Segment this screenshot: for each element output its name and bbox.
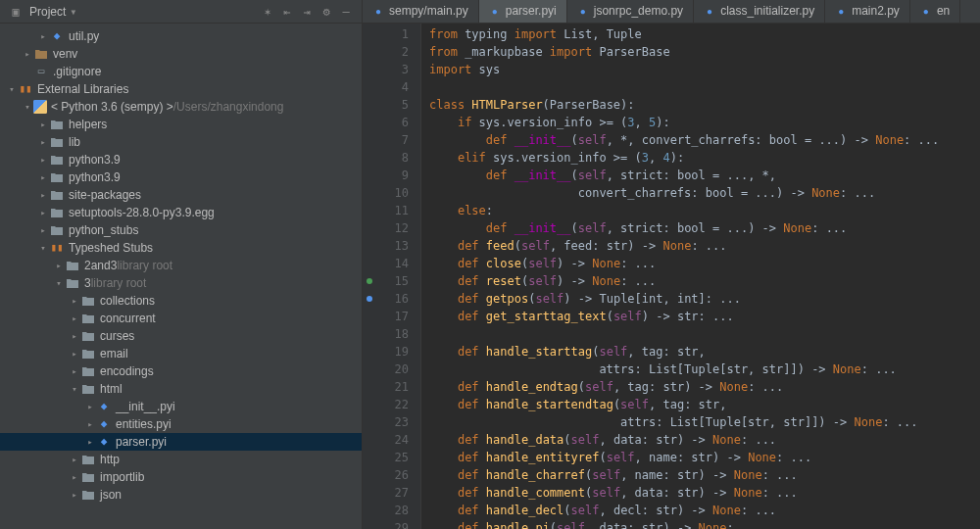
- settings-icon[interactable]: ⚙: [318, 4, 334, 20]
- chevron-right-icon[interactable]: ▸: [37, 133, 49, 151]
- chevron-down-icon[interactable]: ▾: [37, 239, 49, 257]
- chevron-right-icon[interactable]: ▸: [37, 168, 49, 186]
- code-line[interactable]: def handle_entityref(self, name: str) ->…: [429, 449, 980, 466]
- code-line[interactable]: def reset(self) -> None: ...: [429, 272, 980, 290]
- tree-item-encodings[interactable]: ▸encodings: [0, 362, 362, 380]
- chevron-right-icon[interactable]: ▸: [84, 398, 96, 415]
- code-editor[interactable]: 1234567891011121314151617181920212223242…: [363, 24, 980, 529]
- chevron-down-icon[interactable]: ▾: [69, 380, 80, 398]
- scroll-from-source-icon[interactable]: ✶: [260, 4, 275, 20]
- tree-item-setuptools-28-8-0-py3-9-egg[interactable]: ▸setuptools-28.8.0-py3.9.egg: [0, 204, 362, 221]
- project-dropdown-icon[interactable]: ▾: [70, 5, 76, 19]
- chevron-right-icon[interactable]: ▸: [69, 345, 80, 362]
- tree-item-lib[interactable]: ▸lib: [0, 133, 362, 151]
- expand-all-icon[interactable]: ⇥: [299, 4, 315, 20]
- chevron-right-icon[interactable]: ▸: [69, 292, 80, 310]
- tab-sempy-main-py[interactable]: ●sempy/main.py: [363, 0, 479, 23]
- chevron-right-icon[interactable]: ▸: [69, 468, 80, 486]
- code-line[interactable]: def handle_starttag(self, tag: str,: [429, 343, 980, 361]
- tree-item-http[interactable]: ▸http: [0, 451, 362, 468]
- code-line[interactable]: from _markupbase import ParserBase: [429, 43, 980, 61]
- chevron-right-icon[interactable]: ▸: [69, 486, 80, 504]
- tree-item-util-py[interactable]: ▸◆util.py: [0, 27, 362, 45]
- tree-item-site-packages[interactable]: ▸site-packages: [0, 186, 362, 204]
- code-line[interactable]: def __init__(self, strict: bool = ..., *…: [429, 167, 980, 184]
- chevron-right-icon[interactable]: ▸: [84, 415, 96, 433]
- chevron-down-icon[interactable]: ▾: [22, 98, 33, 116]
- chevron-right-icon[interactable]: ▸: [84, 433, 96, 451]
- code-line[interactable]: attrs: List[Tuple[str, str]]) -> None: .…: [429, 361, 980, 378]
- code-line[interactable]: def handle_comment(self, data: str) -> N…: [429, 484, 980, 502]
- tree-item-email[interactable]: ▸email: [0, 345, 362, 362]
- code-line[interactable]: attrs: List[Tuple[str, str]]) -> None: .…: [429, 413, 980, 431]
- tree-item-curses[interactable]: ▸curses: [0, 327, 362, 345]
- chevron-right-icon[interactable]: ▸: [37, 27, 49, 45]
- chevron-right-icon[interactable]: ▸: [69, 362, 80, 380]
- tree-item-json[interactable]: ▸json: [0, 486, 362, 504]
- chevron-right-icon[interactable]: ▸: [69, 310, 80, 327]
- code-line[interactable]: def handle_pi(self, data: str) -> None: …: [429, 519, 980, 529]
- source[interactable]: from typing import List, Tuplefrom _mark…: [421, 24, 980, 529]
- gutter-marker-run[interactable]: [367, 278, 372, 284]
- chevron-down-icon[interactable]: ▾: [6, 80, 18, 98]
- tree-item-html[interactable]: ▾html: [0, 380, 362, 398]
- tree-item-entities-pyi[interactable]: ▸◆entities.pyi: [0, 415, 362, 433]
- code-line[interactable]: def __init__(self, strict: bool = ...) -…: [429, 219, 980, 237]
- code-line[interactable]: def handle_startendtag(self, tag: str,: [429, 396, 980, 413]
- tree-item-concurrent[interactable]: ▸concurrent: [0, 310, 362, 327]
- tree-item-3[interactable]: ▾3 library root: [0, 274, 362, 292]
- code-line[interactable]: def handle_decl(self, decl: str) -> None…: [429, 502, 980, 519]
- tab-jsonrpc_demo-py[interactable]: ●jsonrpc_demo.py: [567, 0, 694, 23]
- tree-item---Python-3-6--sempy---[interactable]: ▾< Python 3.6 (sempy) > /Users/zhangxind…: [0, 98, 362, 116]
- chevron-right-icon[interactable]: ▸: [37, 221, 49, 239]
- tree-item-python_stubs[interactable]: ▸python_stubs: [0, 221, 362, 239]
- code-line[interactable]: elif sys.version_info >= (3, 4):: [429, 149, 980, 167]
- hide-icon[interactable]: —: [338, 4, 354, 20]
- tree-item-helpers[interactable]: ▸helpers: [0, 116, 362, 133]
- chevron-right-icon[interactable]: ▸: [37, 204, 49, 221]
- tree-item-parser-pyi[interactable]: ▸◆parser.pyi: [0, 433, 362, 451]
- code-line[interactable]: [429, 78, 980, 96]
- tree-item-2and3[interactable]: ▸2and3 library root: [0, 257, 362, 274]
- tree-item-python3-9[interactable]: ▸python3.9: [0, 151, 362, 168]
- tab-parser-pyi[interactable]: ●parser.pyi: [479, 0, 567, 23]
- code-line[interactable]: def getpos(self) -> Tuple[int, int]: ...: [429, 290, 980, 308]
- tree-item-Typeshed-Stubs[interactable]: ▾▮▮Typeshed Stubs: [0, 239, 362, 257]
- code-line[interactable]: if sys.version_info >= (3, 5):: [429, 114, 980, 131]
- code-line[interactable]: def close(self) -> None: ...: [429, 255, 980, 272]
- project-tree[interactable]: ▸◆util.py▸venv·▭.gitignore▾▮▮External Li…: [0, 24, 362, 529]
- tab-main2-py[interactable]: ●main2.py: [825, 0, 910, 23]
- tree-item-python3-9[interactable]: ▸python3.9: [0, 168, 362, 186]
- chevron-right-icon[interactable]: ▸: [37, 186, 49, 204]
- chevron-right-icon[interactable]: ▸: [53, 257, 65, 274]
- chevron-right-icon[interactable]: ▸: [69, 327, 80, 345]
- tree-item-venv[interactable]: ▸venv: [0, 45, 362, 63]
- tree-item-collections[interactable]: ▸collections: [0, 292, 362, 310]
- collapse-all-icon[interactable]: ⇤: [279, 4, 295, 20]
- code-line[interactable]: def feed(self, feed: str) -> None: ...: [429, 237, 980, 255]
- code-line[interactable]: [429, 325, 980, 343]
- code-line[interactable]: def __init__(self, *, convert_charrefs: …: [429, 131, 980, 149]
- gutter-marker-override[interactable]: [367, 296, 372, 302]
- tree-item-importlib[interactable]: ▸importlib: [0, 468, 362, 486]
- code-line[interactable]: def handle_data(self, data: str) -> None…: [429, 431, 980, 449]
- code-line[interactable]: def handle_endtag(self, tag: str) -> Non…: [429, 378, 980, 396]
- code-line[interactable]: def handle_charref(self, name: str) -> N…: [429, 466, 980, 484]
- chevron-right-icon[interactable]: ▸: [37, 151, 49, 168]
- chevron-right-icon[interactable]: ▸: [37, 116, 49, 133]
- tree-item-External-Libraries[interactable]: ▾▮▮External Libraries: [0, 80, 362, 98]
- code-line[interactable]: from typing import List, Tuple: [429, 25, 980, 43]
- code-line[interactable]: else:: [429, 202, 980, 219]
- chevron-right-icon[interactable]: ▸: [22, 45, 33, 63]
- code-line[interactable]: def get_starttag_text(self) -> str: ...: [429, 308, 980, 325]
- code-line[interactable]: class HTMLParser(ParserBase):: [429, 96, 980, 114]
- editor-tabs[interactable]: ●sempy/main.py●parser.pyi●jsonrpc_demo.p…: [363, 0, 980, 24]
- code-line[interactable]: import sys: [429, 61, 980, 78]
- tree-item--gitignore[interactable]: ·▭.gitignore: [0, 63, 362, 80]
- tree-item-__init__-pyi[interactable]: ▸◆__init__.pyi: [0, 398, 362, 415]
- chevron-down-icon[interactable]: ▾: [53, 274, 65, 292]
- code-line[interactable]: convert_charrefs: bool = ...) -> None: .…: [429, 184, 980, 202]
- project-panel-icon[interactable]: ▣: [8, 4, 24, 20]
- chevron-right-icon[interactable]: ▸: [69, 451, 80, 468]
- tab-en[interactable]: ●en: [910, 0, 960, 23]
